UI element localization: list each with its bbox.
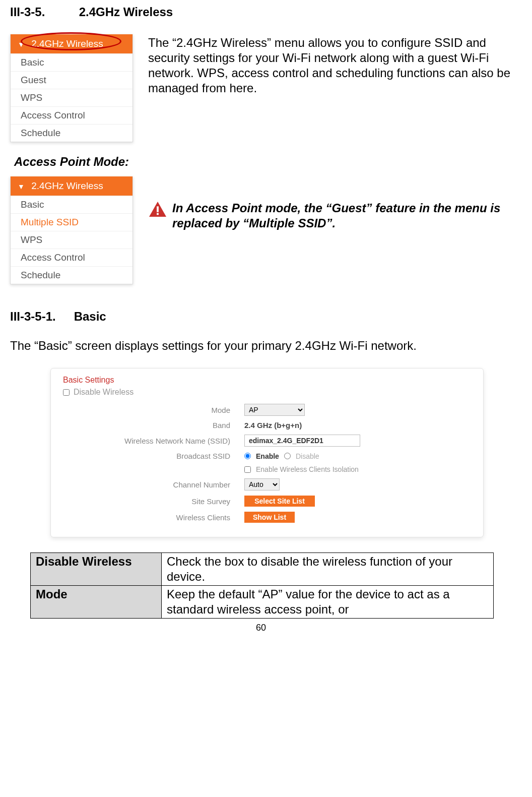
note-block: In Access Point mode, the “Guest” featur…: [148, 176, 512, 284]
menu-panel-1: ▼ 2.4GHz Wireless BasicGuestWPSAccess Co…: [10, 34, 133, 142]
row-broadcast: Broadcast SSID Enable Disable: [63, 452, 471, 460]
menu-item[interactable]: Basic: [11, 196, 132, 213]
intro-block-2: ▼ 2.4GHz Wireless BasicMultiple SSIDWPSA…: [10, 176, 512, 284]
menu-item[interactable]: Multiple SSID: [11, 213, 132, 231]
table-term: Disable Wireless: [31, 553, 162, 586]
settings-title: Basic Settings: [63, 376, 471, 385]
table-desc: Check the box to disable the wireless fu…: [162, 553, 494, 586]
broadcast-enable-radio[interactable]: [244, 453, 251, 459]
label-channel: Channel Number: [63, 480, 244, 489]
label-band: Band: [63, 421, 244, 430]
section-title: 2.4GHz Wireless: [79, 5, 173, 19]
note-text: In Access Point mode, the “Guest” featur…: [172, 201, 512, 231]
svg-rect-2: [157, 213, 159, 215]
intro-block-1: ▼ 2.4GHz Wireless BasicGuestWPSAccess Co…: [10, 34, 512, 142]
disable-wireless-label: Disable Wireless: [74, 388, 134, 397]
section-number: III-3-5.: [10, 5, 76, 19]
label-broadcast: Broadcast SSID: [63, 452, 244, 460]
chevron-down-icon: ▼: [18, 182, 25, 191]
broadcast-disable-radio[interactable]: [284, 453, 291, 459]
mode-heading: Access Point Mode:: [14, 155, 512, 169]
subsection-number: III-3-5-1.: [10, 310, 71, 324]
svg-rect-1: [157, 206, 159, 212]
isolation-label: Enable Wireless Clients Isolation: [256, 465, 359, 473]
subsection-body: The “Basic” screen displays settings for…: [10, 339, 512, 353]
row-survey: Site Survey Select Site List: [63, 496, 471, 507]
row-channel: Channel Number Auto: [63, 478, 471, 491]
disable-wireless-row: Disable Wireless: [63, 388, 471, 397]
warning-icon: [148, 201, 167, 218]
table-row: Disable WirelessCheck the box to disable…: [31, 553, 494, 586]
menu-panel-2: ▼ 2.4GHz Wireless BasicMultiple SSIDWPSA…: [10, 176, 133, 284]
row-band: Band 2.4 GHz (b+g+n): [63, 421, 471, 430]
menu-item[interactable]: Basic: [11, 53, 132, 71]
page-number: 60: [10, 623, 512, 633]
row-ssid: Wireless Network Name (SSID): [63, 435, 471, 447]
label-clients: Wireless Clients: [63, 513, 244, 522]
disable-wireless-checkbox[interactable]: [63, 389, 70, 396]
menu-item[interactable]: Schedule: [11, 124, 132, 142]
ssid-input[interactable]: [244, 435, 360, 447]
row-isolation: Enable Wireless Clients Isolation: [63, 465, 471, 473]
menu-item[interactable]: Access Control: [11, 106, 132, 124]
basic-settings-panel: Basic Settings Disable Wireless Mode AP …: [50, 368, 484, 537]
section-heading: III-3-5. 2.4GHz Wireless: [10, 5, 512, 19]
menu-header-1[interactable]: ▼ 2.4GHz Wireless: [11, 34, 132, 53]
table-desc: Keep the default “AP” value for the devi…: [162, 586, 494, 619]
mode-select[interactable]: AP: [244, 404, 305, 416]
broadcast-enable-label: Enable: [256, 452, 279, 460]
isolation-checkbox[interactable]: [244, 466, 251, 473]
menu-header-label: 2.4GHz Wireless: [31, 38, 103, 49]
band-value: 2.4 GHz (b+g+n): [244, 421, 471, 430]
broadcast-disable-label: Disable: [296, 452, 319, 460]
label-survey: Site Survey: [63, 497, 244, 506]
label-ssid: Wireless Network Name (SSID): [63, 437, 244, 445]
select-site-list-button[interactable]: Select Site List: [244, 496, 315, 507]
menu-item[interactable]: Schedule: [11, 266, 132, 284]
table-row: ModeKeep the default “AP” value for the …: [31, 586, 494, 619]
channel-select[interactable]: Auto: [244, 478, 280, 491]
menu-item[interactable]: WPS: [11, 89, 132, 106]
description-table: Disable WirelessCheck the box to disable…: [30, 553, 494, 619]
menu-header-2[interactable]: ▼ 2.4GHz Wireless: [11, 176, 132, 196]
menu-header-label: 2.4GHz Wireless: [31, 180, 103, 191]
menu-item[interactable]: Guest: [11, 71, 132, 89]
menu-item[interactable]: WPS: [11, 231, 132, 249]
row-clients: Wireless Clients Show List: [63, 512, 471, 523]
label-mode: Mode: [63, 406, 244, 414]
subsection-title: Basic: [74, 310, 106, 323]
chevron-down-icon: ▼: [18, 40, 25, 48]
subsection-heading: III-3-5-1. Basic: [10, 310, 512, 324]
intro-paragraph-1: The “2.4GHz Wireless” menu allows you to…: [148, 34, 512, 142]
menu-item[interactable]: Access Control: [11, 249, 132, 266]
table-term: Mode: [31, 586, 162, 619]
row-mode: Mode AP: [63, 404, 471, 416]
show-list-button[interactable]: Show List: [244, 512, 295, 523]
